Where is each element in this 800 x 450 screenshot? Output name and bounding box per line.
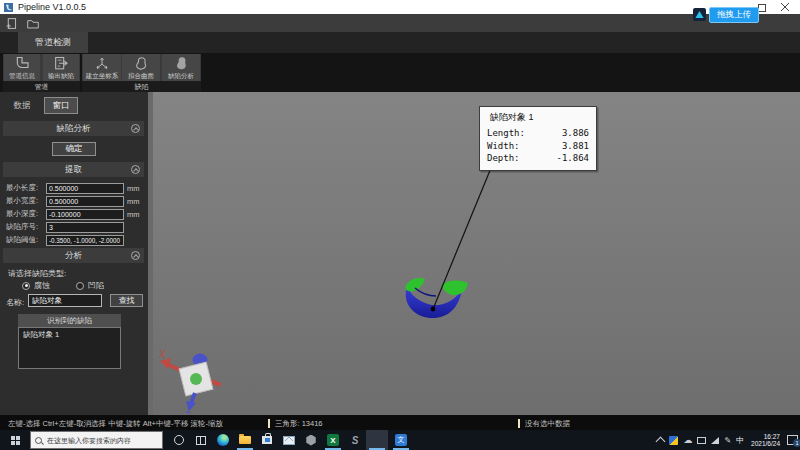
fit-surface-button[interactable]: 拟合曲面	[122, 54, 160, 81]
defect-index-label: 缺陷序号:	[6, 222, 46, 232]
viewport-3d[interactable]: X Z 缺陷对象 1 Length: 3.886 W	[153, 92, 800, 415]
tray-date: 2021/6/24	[751, 440, 780, 448]
excel-icon	[327, 434, 339, 446]
status-divider	[518, 419, 520, 428]
notification-center-icon[interactable]: 1	[787, 435, 798, 445]
tab-window[interactable]: 窗口	[44, 97, 78, 114]
defect-analysis-button[interactable]: 缺陷分析	[162, 54, 200, 81]
section-header-extract[interactable]: 提取	[3, 162, 144, 177]
ribbon-item-label: 缺陷分析	[168, 72, 194, 79]
mail-button[interactable]	[278, 430, 300, 450]
param-row: 缺陷序号:	[6, 221, 127, 233]
store-button[interactable]	[256, 430, 278, 450]
cortana-button[interactable]	[168, 430, 190, 450]
cad-app-button[interactable]	[344, 430, 366, 450]
ribbon-group-defect: 建立坐标系 拟合曲面 缺陷分析 缺陷	[82, 54, 201, 92]
tray-app-icon[interactable]	[669, 436, 678, 445]
min-width-input[interactable]	[46, 196, 124, 207]
excel-button[interactable]	[322, 430, 344, 450]
confirm-button[interactable]: 确定	[52, 142, 96, 156]
collapse-chevron-icon[interactable]	[131, 251, 140, 260]
min-depth-input[interactable]	[46, 209, 124, 220]
collapse-chevron-icon[interactable]	[131, 124, 140, 133]
ribbon-group-label: 缺陷	[82, 81, 201, 92]
pipeline-app-window: Pipeline V1.0.0.5 管道检测 管道信息	[0, 0, 800, 450]
store-icon	[262, 436, 272, 444]
clock[interactable]: 16:27 2021/6/24	[751, 433, 780, 448]
pipe-info-button[interactable]: 管道信息	[4, 54, 40, 81]
annotation-row: Width: 3.881	[487, 140, 589, 153]
ribbon-group-label: 管道	[3, 81, 80, 92]
mouse-hints: 左键-选择 Ctrl+左键-取消选择 中键-旋转 Alt+中键-平移 滚轮-缩放	[8, 419, 223, 429]
task-view-icon	[196, 436, 206, 445]
search-input[interactable]	[45, 436, 158, 445]
radio-corrosion[interactable]: 腐蚀	[22, 280, 50, 291]
windows-taskbar: ☁ ✎ 中 16:27 2021/6/24 1	[0, 430, 800, 450]
detected-defects-list[interactable]: 缺陷对象 1	[18, 327, 121, 369]
annotation-row: Length: 3.886	[487, 127, 589, 140]
close-icon[interactable]	[781, 3, 789, 11]
tab-pipeline-detect[interactable]: 管道检测	[18, 32, 88, 53]
defect-threshold-input[interactable]	[46, 235, 124, 246]
input-method-indicator[interactable]: 中	[736, 435, 744, 446]
param-row: 最小深度: mm	[6, 208, 140, 220]
defect-index-input[interactable]	[46, 222, 124, 233]
pipeline-app-button[interactable]	[366, 430, 388, 450]
ribbon-tab-row: 管道检测	[0, 32, 800, 53]
open-folder-icon[interactable]	[26, 17, 40, 30]
search-icon	[35, 437, 42, 444]
defect-blob[interactable]	[405, 278, 468, 318]
pipe-elbow-icon	[14, 55, 30, 72]
tab-data[interactable]: 数据	[6, 98, 38, 114]
tray-expand-icon[interactable]	[656, 436, 666, 446]
defect-type-prompt: 请选择缺陷类型:	[8, 268, 66, 279]
ribbon-item-label: 建立坐标系	[86, 72, 119, 79]
section-header-analysis[interactable]: 分析	[3, 248, 144, 263]
pen-icon[interactable]: ✎	[724, 436, 731, 445]
unit-label: mm	[127, 184, 140, 193]
annotation-anchor-dot	[431, 307, 436, 312]
drive-icon[interactable]	[697, 437, 706, 444]
ribbon-item-label: 输出缺陷	[48, 72, 74, 79]
axis-x-label: X	[158, 349, 166, 360]
build-coordsys-button[interactable]: 建立坐标系	[83, 54, 121, 81]
upload-button[interactable]: 拖拽上传	[709, 7, 759, 23]
radio-dent[interactable]: 凹陷	[76, 280, 104, 291]
translator-button[interactable]	[390, 430, 412, 450]
min-length-label: 最小长度:	[6, 183, 46, 193]
app-logo-icon	[4, 3, 13, 12]
cloud-icon[interactable]: ☁	[683, 436, 692, 445]
task-view-button[interactable]	[190, 430, 212, 450]
window-title: Pipeline V1.0.0.5	[18, 2, 86, 12]
export-defects-button[interactable]: 输出缺陷	[43, 54, 79, 81]
tray-time: 16:27	[751, 433, 780, 441]
left-panel: 数据 窗口 缺陷分析 确定 提取 最小长度: mm 最小宽度: mm 最小深度:…	[0, 92, 148, 415]
list-item[interactable]: 缺陷对象 1	[19, 328, 120, 342]
radio-dot-icon[interactable]	[76, 282, 84, 290]
find-button[interactable]: 查找	[110, 294, 143, 307]
viewer-3d-button[interactable]	[300, 430, 322, 450]
file-explorer-button[interactable]	[234, 430, 256, 450]
section-header-defect-analysis[interactable]: 缺陷分析	[3, 121, 144, 136]
ribbon-item-label: 管道信息	[9, 72, 35, 79]
ribbon: 管道信息 输出缺陷 管道 建立坐标系	[0, 53, 800, 92]
cortana-icon	[174, 435, 184, 445]
system-tray: ☁ ✎ 中 16:27 2021/6/24 1	[657, 430, 798, 450]
viewer-3d-icon	[306, 435, 317, 446]
radio-dot-icon[interactable]	[22, 282, 30, 290]
new-file-icon[interactable]	[5, 17, 18, 30]
network-icon[interactable]	[711, 437, 719, 444]
collapse-chevron-icon[interactable]	[131, 165, 140, 174]
annotation-title: 缺陷对象 1	[490, 111, 589, 124]
quick-toolbar	[0, 14, 800, 32]
start-button[interactable]	[0, 430, 30, 450]
name-label: 名称:	[6, 297, 24, 308]
maximize-icon[interactable]	[758, 3, 766, 11]
axis-z-label: Z	[185, 405, 192, 415]
edge-icon	[217, 434, 229, 446]
edge-button[interactable]	[212, 430, 234, 450]
unit-label: mm	[127, 197, 140, 206]
taskbar-search-box[interactable]	[30, 431, 163, 449]
defect-name-input[interactable]	[28, 294, 102, 307]
min-length-input[interactable]	[46, 183, 124, 194]
